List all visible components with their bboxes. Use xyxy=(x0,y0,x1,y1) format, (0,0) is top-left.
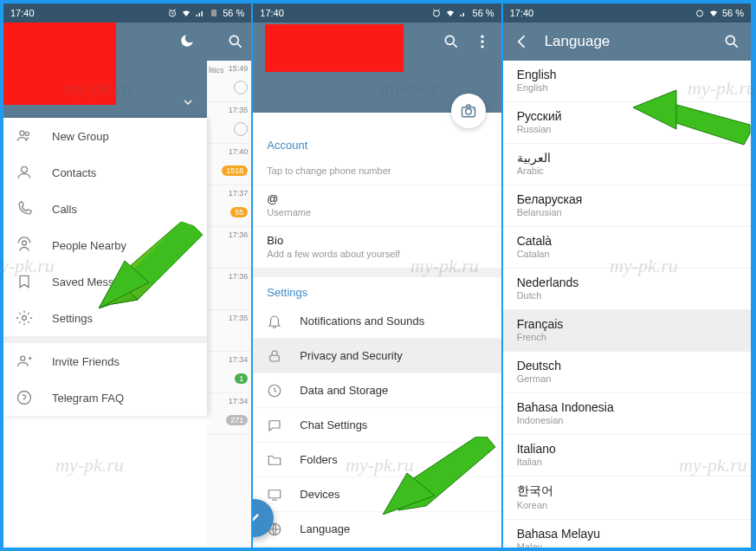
arrow-language xyxy=(383,437,495,515)
language-item[interactable]: NederlandsDutch xyxy=(503,269,751,310)
language-native: Deutsch xyxy=(517,359,737,373)
arrow-russian xyxy=(633,86,753,146)
language-item[interactable]: БеларускаяBelarusian xyxy=(503,185,751,227)
language-english: Arabic xyxy=(517,165,737,176)
bio-field[interactable]: Bio Add a few words about yourself xyxy=(253,227,501,269)
phone-field[interactable]: Tap to change phone number xyxy=(253,157,501,185)
language-native: Català xyxy=(517,234,737,248)
username-field[interactable]: @ Username xyxy=(253,185,501,227)
language-item[interactable]: FrançaisFrench xyxy=(503,310,751,352)
devices-icon xyxy=(267,487,282,502)
help-icon xyxy=(16,389,33,406)
status-time: 17:40 xyxy=(510,8,534,18)
menu-label: Settings xyxy=(52,312,93,325)
svg-point-8 xyxy=(23,241,27,245)
search-icon[interactable] xyxy=(723,33,740,50)
svg-point-18 xyxy=(445,36,454,44)
battery-text: 56 % xyxy=(473,8,494,18)
language-english: Italian xyxy=(517,457,737,467)
svg-point-10 xyxy=(21,356,25,360)
menu-label: Calls xyxy=(52,203,77,216)
menu-contacts[interactable]: Contacts xyxy=(3,154,207,191)
language-native: Français xyxy=(517,317,737,331)
phone-hint: Tap to change phone number xyxy=(267,165,487,176)
data-icon xyxy=(267,383,282,399)
language-item[interactable]: CatalàCatalan xyxy=(503,227,751,269)
svg-rect-3 xyxy=(211,10,216,16)
language-english: Indonesian xyxy=(517,415,737,425)
panel-language: 17:40 56 % Language EnglishEnglishРусски… xyxy=(503,3,753,548)
svg-point-5 xyxy=(20,131,24,135)
language-item[interactable]: 한국어Korean xyxy=(503,476,751,520)
status-bar: 17:40 56 % xyxy=(503,3,751,23)
language-english: French xyxy=(517,332,737,342)
menu-label: New Group xyxy=(52,130,109,143)
chat-icon xyxy=(267,418,282,433)
pencil-icon xyxy=(253,509,263,527)
language-english: German xyxy=(517,373,737,384)
language-native: Italiano xyxy=(517,442,737,456)
search-icon[interactable] xyxy=(227,33,244,50)
person-icon xyxy=(16,164,33,181)
language-english: Korean xyxy=(517,500,737,510)
language-english: Malay xyxy=(517,541,737,548)
svg-point-32 xyxy=(726,36,734,44)
no-sim-icon xyxy=(209,8,219,18)
svg-point-9 xyxy=(23,316,27,321)
phone-icon xyxy=(16,200,33,217)
redacted-avatar xyxy=(3,23,116,105)
svg-point-17 xyxy=(433,10,439,16)
language-item[interactable]: Bahasa MelayuMalay xyxy=(503,520,751,548)
add-person-icon xyxy=(16,353,33,370)
wifi-icon xyxy=(181,8,191,18)
profile-area xyxy=(253,61,501,113)
row-data[interactable]: Data and Storage xyxy=(253,373,501,408)
language-item[interactable]: Bahasa IndonesiaIndonesian xyxy=(503,393,751,435)
svg-point-31 xyxy=(696,10,702,16)
settings-section-title: Settings xyxy=(253,277,501,304)
language-native: Bahasa Melayu xyxy=(517,527,737,541)
language-native: Bahasa Indonesia xyxy=(517,400,737,414)
group-icon xyxy=(16,127,33,145)
menu-label: Contacts xyxy=(52,166,96,179)
svg-point-20 xyxy=(481,40,483,42)
language-item[interactable]: DeutschGerman xyxy=(503,352,751,393)
menu-label: Telegram FAQ xyxy=(52,392,124,405)
night-mode-icon[interactable] xyxy=(179,33,195,52)
redacted-profile xyxy=(265,24,404,72)
back-icon[interactable] xyxy=(514,33,531,50)
svg-rect-24 xyxy=(270,355,280,361)
menu-invite-friends[interactable]: Invite Friends xyxy=(3,343,207,379)
account-section-title: Account xyxy=(253,130,501,157)
status-time: 17:40 xyxy=(10,8,35,18)
svg-point-6 xyxy=(25,132,29,135)
bell-icon xyxy=(267,314,282,329)
chevron-down-icon[interactable] xyxy=(181,95,195,113)
alarm-icon xyxy=(167,8,178,18)
wifi-icon xyxy=(445,8,456,18)
more-icon[interactable] xyxy=(474,33,491,50)
language-header: Language xyxy=(503,23,751,61)
drawer-header xyxy=(3,23,207,118)
menu-new-group[interactable]: New Group xyxy=(3,118,207,154)
language-native: Nederlands xyxy=(517,276,737,289)
language-native: العربية xyxy=(517,151,737,165)
signal-icon xyxy=(195,8,205,18)
language-english: Catalan xyxy=(517,249,737,259)
svg-point-21 xyxy=(481,45,483,48)
arrow-settings xyxy=(99,222,203,308)
chat-list-bg: 15:49litics 17:35 17:401518 17:3755 17:3… xyxy=(207,23,251,548)
row-notifications[interactable]: Notifications and Sounds xyxy=(253,304,501,339)
row-language[interactable]: Language xyxy=(253,512,501,547)
signal-icon xyxy=(459,8,469,18)
language-item[interactable]: العربيةArabic xyxy=(503,144,751,185)
menu-telegram-faq[interactable]: Telegram FAQ xyxy=(3,379,207,416)
language-native: English xyxy=(517,68,737,81)
language-english: Dutch xyxy=(517,290,737,301)
status-bar: 17:40 56 % xyxy=(3,3,251,23)
language-native: Беларуская xyxy=(517,192,737,206)
row-privacy[interactable]: Privacy and Security xyxy=(253,339,501,373)
camera-button[interactable] xyxy=(451,94,486,128)
language-item[interactable]: ItalianoItalian xyxy=(503,435,751,476)
search-icon[interactable] xyxy=(443,33,460,50)
